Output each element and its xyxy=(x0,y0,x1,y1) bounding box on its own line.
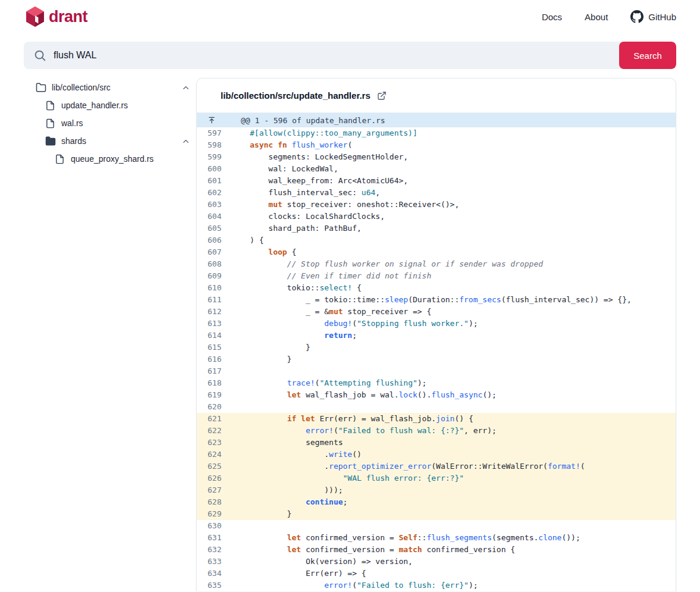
nav-github[interactable]: GitHub xyxy=(630,10,676,23)
code-text xyxy=(241,365,250,377)
nav-docs[interactable]: Docs xyxy=(542,12,562,22)
code-text: trace!("Attempting flushing"); xyxy=(241,377,426,389)
code-text: error!("Failed to flush wal: {:?}", err)… xyxy=(241,425,497,437)
line-number: 634 xyxy=(197,568,241,580)
code-text: Err(err) => { xyxy=(241,568,366,580)
qdrant-wordmark: drant xyxy=(49,8,87,26)
code-line: 608 // Stop flush worker on signal or if… xyxy=(197,258,676,270)
code-line: 616 } xyxy=(197,353,676,365)
code-text: } xyxy=(241,508,291,520)
line-number: 632 xyxy=(197,544,241,556)
code-text: return; xyxy=(241,330,357,342)
code-line: 621 if let Err(err) = wal_flash_job.join… xyxy=(197,413,676,425)
file-path-link[interactable]: lib/collection/src/update_handler.rs xyxy=(221,90,371,101)
top-navbar: drant Docs About GitHub xyxy=(0,0,700,33)
line-number: 614 xyxy=(197,330,241,342)
code-text: clocks: LocalShardClocks, xyxy=(241,211,385,223)
qdrant-logo[interactable]: drant xyxy=(24,5,87,28)
code-text: mut stop_receiver: oneshot::Receiver<()>… xyxy=(241,199,459,211)
code-text: Ok(version) => version, xyxy=(241,556,413,568)
code-line: 631 let confirmed_version = Self::flush_… xyxy=(197,532,676,544)
line-number: 631 xyxy=(197,532,241,544)
tree-item-lib-collection-src[interactable]: lib/collection/src xyxy=(24,79,196,96)
file-tree: lib/collection/srcupdate_handler.rswal.r… xyxy=(24,78,196,168)
search-button[interactable]: Search xyxy=(619,42,676,69)
external-link-icon[interactable] xyxy=(377,91,387,101)
code-line: 630 xyxy=(197,520,676,532)
line-number: 622 xyxy=(197,425,241,437)
chevron-up-icon[interactable] xyxy=(181,83,190,92)
tree-item-update-handler-rs[interactable]: update_handler.rs xyxy=(24,96,196,114)
code-text: // Even if timer did not finish xyxy=(241,270,431,282)
code-text xyxy=(241,520,250,532)
code-line: 618 trace!("Attempting flushing"); xyxy=(197,377,676,389)
search-input[interactable] xyxy=(54,42,619,69)
line-number: 623 xyxy=(197,437,241,449)
navbar-links: Docs About GitHub xyxy=(542,10,676,23)
diff-header-text: @@ 1 - 596 of update_handler.rs xyxy=(241,116,385,125)
line-number: 625 xyxy=(197,461,241,472)
code-line: 623 segments xyxy=(197,437,676,449)
line-number: 633 xyxy=(197,556,241,568)
code-line: 614 return; xyxy=(197,330,676,342)
search-bar: Search xyxy=(24,42,676,69)
tree-item-wal-rs[interactable]: wal.rs xyxy=(24,114,196,132)
line-number: 602 xyxy=(197,187,241,199)
code-line: 612 _ = &mut stop_receiver => { xyxy=(197,306,676,318)
code-line: 597#[allow(clippy::too_many_arguments)] xyxy=(197,127,676,139)
line-number: 624 xyxy=(197,449,241,461)
code-text: segments: LockedSegmentHolder, xyxy=(241,151,408,163)
line-number: 597 xyxy=(197,127,241,139)
code-line: 628 continue; xyxy=(197,496,676,508)
tree-item-label: wal.rs xyxy=(61,118,83,128)
code-line: 605 shard_path: PathBuf, xyxy=(197,223,676,234)
code-text: shard_path: PathBuf, xyxy=(241,223,362,234)
code-text: segments xyxy=(241,437,343,449)
code-text: _ = &mut stop_receiver => { xyxy=(241,306,431,318)
expand-lines-up-icon[interactable] xyxy=(208,116,216,124)
code-line: 609 // Even if timer did not finish xyxy=(197,270,676,282)
line-number: 610 xyxy=(197,282,241,294)
line-number: 613 xyxy=(197,318,241,330)
code-text: // Stop flush worker on signal or if sen… xyxy=(241,258,543,270)
main-content: lib/collection/srcupdate_handler.rswal.r… xyxy=(24,78,676,591)
code-text: debug!("Stopping flush worker."); xyxy=(241,318,478,330)
diff-header-row: @@ 1 - 596 of update_handler.rs xyxy=(197,113,676,127)
code-text: .report_optimizer_error(WalError::WriteW… xyxy=(241,461,585,472)
code-text: error!("Failed to flush: {err}"); xyxy=(241,580,478,591)
code-line: 622 error!("Failed to flush wal: {:?}", … xyxy=(197,425,676,437)
file-icon xyxy=(45,101,56,111)
code-text: if let Err(err) = wal_flash_job.join() { xyxy=(241,413,473,425)
code-panel-header: lib/collection/src/update_handler.rs xyxy=(197,79,676,113)
nav-about[interactable]: About xyxy=(585,12,608,22)
code-text: ) { xyxy=(241,234,263,246)
code-line: 604 clocks: LocalShardClocks, xyxy=(197,211,676,223)
code-line: 600 wal: LockedWal, xyxy=(197,163,676,175)
code-line: 599 segments: LockedSegmentHolder, xyxy=(197,151,676,163)
code-lines: 597#[allow(clippy::too_many_arguments)]5… xyxy=(197,127,676,591)
search-icon xyxy=(33,49,46,62)
line-number: 606 xyxy=(197,234,241,246)
line-number: 607 xyxy=(197,246,241,258)
line-number: 608 xyxy=(197,258,241,270)
code-line: 606) { xyxy=(197,234,676,246)
line-number: 619 xyxy=(197,389,241,401)
line-number: 599 xyxy=(197,151,241,163)
code-line: 602 flush_interval_sec: u64, xyxy=(197,187,676,199)
line-number: 621 xyxy=(197,413,241,425)
code-text: "WAL flush error: {err:?}" xyxy=(241,472,464,484)
chevron-up-icon[interactable] xyxy=(181,137,190,146)
code-line: 629 } xyxy=(197,508,676,520)
code-text: let wal_flash_job = wal.lock().flush_asy… xyxy=(241,389,497,401)
code-line: 611 _ = tokio::time::sleep(Duration::fro… xyxy=(197,294,676,306)
tree-item-queue-proxy-shard-rs[interactable]: queue_proxy_shard.rs xyxy=(24,150,196,168)
code-line: 620 xyxy=(197,401,676,413)
file-icon xyxy=(45,118,56,129)
line-number: 628 xyxy=(197,496,241,508)
line-number: 617 xyxy=(197,365,241,377)
code-text: async fn flush_worker( xyxy=(241,139,352,151)
code-line: 633 Ok(version) => version, xyxy=(197,556,676,568)
tree-item-shards[interactable]: shards xyxy=(24,132,196,150)
code-line: 617 xyxy=(197,365,676,377)
line-number: 603 xyxy=(197,199,241,211)
